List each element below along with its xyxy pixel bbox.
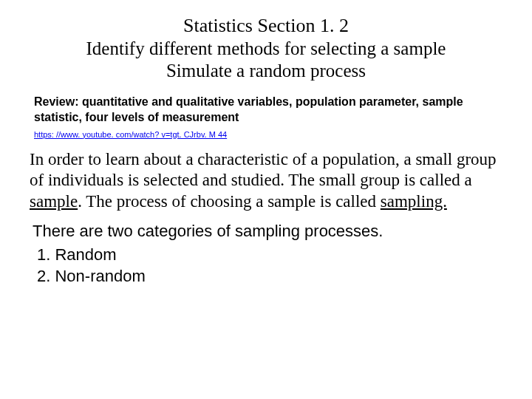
categories-list: There are two categories of sampling pro… — [33, 220, 502, 287]
body-paragraph: In order to learn about a characteristic… — [30, 149, 502, 213]
review-text: Review: quantitative and qualitative var… — [34, 95, 498, 126]
youtube-link[interactable]: https: //www. youtube. com/watch? v=tgt.… — [34, 130, 227, 139]
term-sampling: sampling. — [381, 192, 447, 211]
page-title-line1: Statistics Section 1. 2 — [30, 15, 502, 37]
term-sample: sample — [30, 192, 78, 211]
list-item: 1. Random — [33, 244, 502, 266]
body-text-segment: In order to learn about a characteristic… — [30, 150, 497, 190]
page-title-line2: Identify different methods for selecting… — [30, 38, 502, 59]
page-title-line3: Simulate a random process — [30, 61, 502, 81]
list-item: 2. Non-random — [33, 265, 502, 287]
list-intro: There are two categories of sampling pro… — [33, 220, 502, 242]
body-text-segment: . The process of choosing a sample is ca… — [78, 192, 381, 211]
title-block: Statistics Section 1. 2 Identify differe… — [30, 15, 502, 81]
